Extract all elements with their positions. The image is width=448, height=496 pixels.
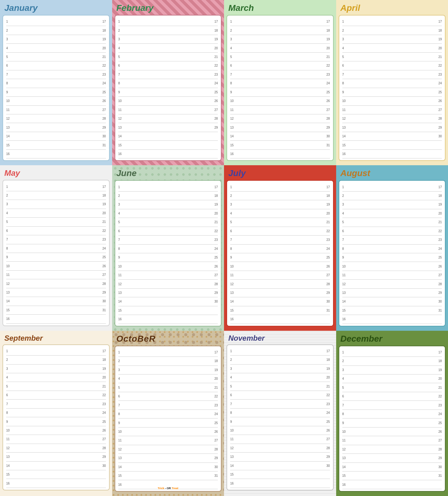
date-row: 1026 (6, 262, 106, 270)
date-row: 16 (118, 315, 218, 324)
date-line (12, 231, 100, 231)
date-row: 824 (118, 79, 218, 88)
date-right: 17 (212, 185, 218, 189)
date-right: 26 (436, 99, 442, 103)
date-right: 29 (100, 291, 106, 294)
date-row: 1531 (118, 472, 218, 480)
date-right: 28 (100, 117, 106, 120)
date-left: 9 (342, 421, 349, 425)
date-line (236, 483, 324, 484)
date-left: 9 (118, 91, 125, 94)
date-right: 25 (324, 256, 330, 259)
date-line (12, 319, 100, 319)
date-row: 521 (230, 218, 330, 227)
date-row: 1329 (342, 123, 442, 132)
date-right: 19 (324, 367, 330, 370)
date-right: 17 (100, 185, 106, 188)
date-row: 117 (6, 17, 106, 26)
date-right: 26 (324, 429, 330, 432)
date-line (349, 92, 436, 92)
date-row: 1127 (342, 436, 442, 445)
date-row: 1228 (6, 114, 106, 123)
date-right: 24 (100, 82, 106, 85)
date-line (12, 474, 100, 475)
date-left: 16 (118, 483, 125, 486)
date-line (349, 467, 436, 467)
date-left: 12 (6, 117, 12, 120)
date-row: 521 (6, 53, 106, 61)
date-line (349, 352, 436, 352)
month-card-mar: March11721831942052162272382492510261127… (224, 0, 336, 165)
month-title-jun: June (115, 168, 222, 179)
date-right: 24 (212, 82, 218, 85)
date-left: 4 (118, 377, 125, 380)
date-row: 218 (118, 26, 218, 35)
date-right: 18 (324, 29, 330, 32)
date-left: 1 (6, 20, 12, 23)
month-inner-nov: 1172183194205216227238249251026112712281… (226, 344, 334, 490)
date-right: 31 (212, 474, 218, 477)
date-line (125, 154, 212, 154)
date-line (12, 360, 100, 360)
date-row: 521 (230, 382, 330, 391)
date-row: 117 (342, 348, 442, 357)
date-row: 218 (230, 356, 330, 364)
date-left: 4 (6, 376, 12, 379)
date-line (12, 413, 100, 413)
date-line (349, 379, 436, 379)
date-row: 723 (230, 236, 330, 244)
date-row: 15 (342, 141, 442, 149)
date-row: 1329 (230, 123, 330, 132)
date-line (236, 110, 324, 110)
month-inner-feb: 1172183194205216227238249251026112712281… (115, 15, 222, 161)
date-right: 18 (212, 359, 218, 363)
date-left: 12 (342, 117, 349, 120)
date-right: 28 (100, 282, 106, 286)
date-left: 15 (118, 144, 125, 147)
date-row: 824 (6, 409, 106, 417)
date-line (236, 319, 324, 319)
date-line (125, 92, 212, 92)
date-right: 30 (100, 135, 106, 138)
date-left: 3 (342, 38, 349, 41)
date-left: 12 (118, 282, 125, 286)
date-right: 24 (436, 412, 442, 416)
date-row: 824 (118, 245, 218, 253)
date-line (125, 213, 212, 214)
date-row: 1430 (342, 463, 442, 472)
date-row: 925 (6, 88, 106, 97)
date-row: 319 (6, 365, 106, 373)
date-row: 16 (342, 480, 442, 489)
date-row: 1026 (342, 427, 442, 436)
date-line (349, 118, 436, 119)
date-row: 1026 (342, 262, 442, 271)
date-right: 22 (436, 229, 442, 233)
date-right: 28 (324, 117, 330, 120)
date-right: 27 (436, 439, 442, 442)
date-right: 18 (324, 194, 330, 197)
date-left: 1 (230, 20, 236, 23)
date-row: 1026 (230, 262, 330, 271)
date-right: 31 (436, 474, 442, 477)
date-left: 4 (118, 46, 125, 50)
date-right: 30 (436, 300, 442, 303)
date-right: 23 (436, 238, 442, 241)
date-right: 25 (100, 420, 106, 423)
date-row: 925 (118, 88, 218, 97)
date-line (125, 145, 212, 145)
date-line (236, 448, 324, 448)
date-left: 13 (230, 291, 236, 294)
date-line (349, 284, 436, 284)
date-row: 16 (230, 479, 330, 488)
month-title-jan: January (2, 2, 110, 14)
date-row: 1430 (118, 463, 218, 472)
date-right: 26 (100, 429, 106, 432)
date-right: 20 (324, 376, 330, 379)
date-right: 20 (212, 377, 218, 380)
date-row: 1026 (230, 97, 330, 105)
date-right: 23 (212, 238, 218, 241)
date-line (125, 231, 212, 231)
date-right: 23 (100, 402, 106, 406)
date-right: 21 (212, 386, 218, 389)
date-right: 30 (436, 135, 442, 138)
